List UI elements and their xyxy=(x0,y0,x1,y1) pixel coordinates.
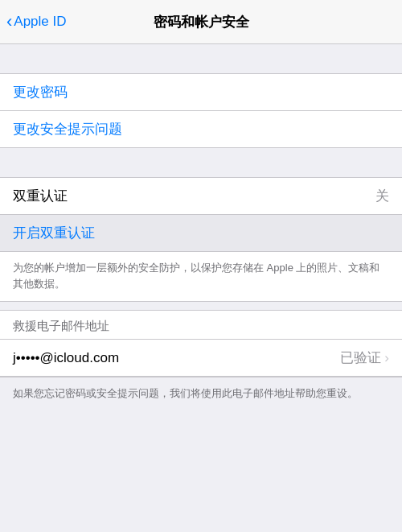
email-status-group: 已验证 › xyxy=(340,348,389,367)
rescue-label-row: 救援电子邮件地址 xyxy=(0,311,402,339)
change-security-question-label: 更改安全提示问题 xyxy=(13,120,389,138)
email-verified-label: 已验证 xyxy=(340,348,381,367)
enable-two-factor-label: 开启双重认证 xyxy=(13,224,95,242)
two-factor-description-block: 为您的帐户增加一层额外的安全防护，以保护您存储在 Apple 上的照片、文稿和其… xyxy=(0,252,402,302)
change-security-question-row[interactable]: 更改安全提示问题 xyxy=(0,111,402,147)
rescue-email-section: 救援电子邮件地址 j•••••@icloud.com 已验证 › xyxy=(0,310,402,377)
bottom-description-text: 如果您忘记密码或安全提示问题，我们将使用此电子邮件地址帮助您重设。 xyxy=(13,387,358,399)
section-spacer-1 xyxy=(0,44,402,73)
email-address: j•••••@icloud.com xyxy=(13,350,119,366)
back-button[interactable]: ‹ Apple ID xyxy=(6,13,67,31)
two-factor-title: 双重认证 xyxy=(13,187,68,205)
section-spacer-2 xyxy=(0,148,402,177)
two-factor-description-text: 为您的帐户增加一层额外的安全防护，以保护您存储在 Apple 上的照片、文稿和其… xyxy=(13,262,379,290)
section-spacer-3 xyxy=(0,302,402,310)
navigation-bar: ‹ Apple ID 密码和帐户安全 xyxy=(0,0,402,44)
change-password-label: 更改密码 xyxy=(13,83,389,101)
rescue-email-label: 救援电子邮件地址 xyxy=(13,319,109,332)
chevron-right-icon: › xyxy=(384,350,389,366)
password-security-section: 更改密码 更改安全提示问题 xyxy=(0,73,402,148)
email-row[interactable]: j•••••@icloud.com 已验证 › xyxy=(0,339,402,377)
two-factor-header-row: 双重认证 关 xyxy=(0,178,402,215)
back-label: Apple ID xyxy=(14,14,66,30)
page-title: 密码和帐户安全 xyxy=(154,13,249,31)
bottom-description-block: 如果您忘记密码或安全提示问题，我们将使用此电子邮件地址帮助您重设。 xyxy=(0,377,402,410)
two-factor-section: 双重认证 关 开启双重认证 为您的帐户增加一层额外的安全防护，以保护您存储在 A… xyxy=(0,177,402,302)
enable-two-factor-row[interactable]: 开启双重认证 xyxy=(0,215,402,252)
change-password-row[interactable]: 更改密码 xyxy=(0,74,402,111)
chevron-left-icon: ‹ xyxy=(6,13,12,31)
two-factor-status: 关 xyxy=(375,187,389,205)
